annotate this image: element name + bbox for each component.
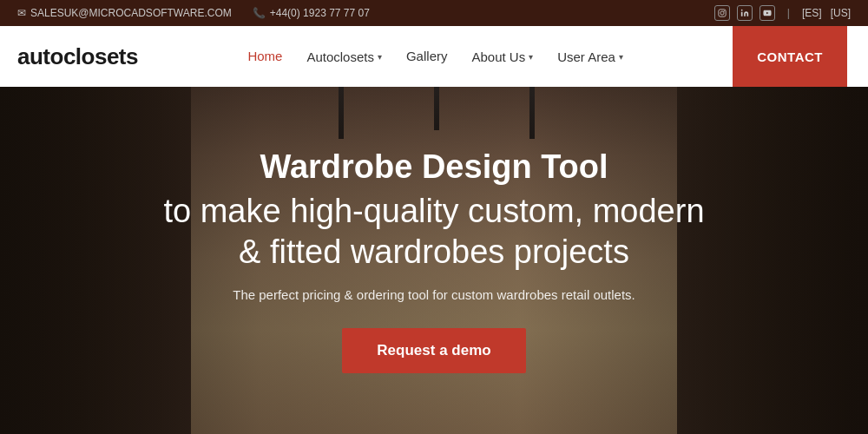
chevron-down-icon-user: ▾ bbox=[619, 52, 623, 62]
hero-section: Wardrobe Design Tool to make high-qualit… bbox=[0, 87, 868, 434]
chevron-down-icon: ▾ bbox=[378, 52, 382, 62]
phone-icon: 📞 bbox=[253, 7, 266, 19]
contact-button[interactable]: CONTACT bbox=[733, 26, 847, 87]
social-icons bbox=[714, 5, 775, 21]
svg-point-2 bbox=[724, 10, 725, 11]
phone-contact[interactable]: 📞 +44(0) 1923 77 77 07 bbox=[253, 7, 370, 19]
lang-separator: | bbox=[787, 7, 790, 19]
lang-es[interactable]: [ES] bbox=[802, 7, 822, 19]
svg-point-4 bbox=[741, 10, 743, 11]
top-bar-left: ✉ SALESUK@MICROCADSOFTWARE.COM 📞 +44(0) … bbox=[17, 7, 370, 19]
phone-text: +44(0) 1923 77 77 07 bbox=[270, 7, 370, 19]
hero-title-line2: & fitted wardrobes projects bbox=[239, 233, 629, 270]
youtube-icon[interactable] bbox=[760, 5, 775, 21]
navbar: autoclosets Home Autoclosets ▾ Gallery A… bbox=[0, 26, 868, 87]
linkedin-icon[interactable] bbox=[737, 5, 753, 21]
hero-title-regular: to make high-quality custom, modern & fi… bbox=[163, 191, 704, 273]
nav-links: Home Autoclosets ▾ Gallery About Us ▾ Us… bbox=[247, 49, 622, 64]
email-contact[interactable]: ✉ SALESUK@MICROCADSOFTWARE.COM bbox=[17, 7, 232, 19]
nav-link-user-area[interactable]: User Area bbox=[557, 49, 615, 64]
hero-subtitle: The perfect pricing & ordering tool for … bbox=[233, 287, 635, 302]
nav-item-home[interactable]: Home bbox=[247, 49, 282, 64]
nav-item-user-area[interactable]: User Area ▾ bbox=[557, 49, 623, 64]
hero-title-bold: Wardrobe Design Tool bbox=[260, 148, 608, 187]
hero-cta-button[interactable]: Request a demo bbox=[342, 328, 525, 373]
nav-item-about[interactable]: About Us ▾ bbox=[471, 49, 533, 64]
chevron-down-icon-about: ▾ bbox=[529, 52, 533, 62]
nav-item-gallery[interactable]: Gallery bbox=[406, 49, 448, 64]
email-icon: ✉ bbox=[17, 7, 26, 19]
svg-rect-3 bbox=[741, 12, 743, 16]
nav-link-home[interactable]: Home bbox=[247, 49, 282, 63]
nav-link-gallery[interactable]: Gallery bbox=[406, 49, 448, 63]
top-bar: ✉ SALESUK@MICROCADSOFTWARE.COM 📞 +44(0) … bbox=[0, 0, 868, 26]
nav-link-about[interactable]: About Us bbox=[471, 49, 525, 64]
instagram-icon[interactable] bbox=[714, 5, 730, 21]
logo[interactable]: autoclosets bbox=[17, 43, 138, 70]
hero-content: Wardrobe Design Tool to make high-qualit… bbox=[0, 87, 868, 434]
svg-rect-0 bbox=[719, 10, 726, 16]
email-text: SALESUK@MICROCADSOFTWARE.COM bbox=[30, 7, 232, 19]
nav-link-autoclosets[interactable]: Autoclosets bbox=[306, 49, 374, 64]
svg-point-1 bbox=[720, 11, 724, 15]
hero-title-line1: to make high-quality custom, modern bbox=[163, 193, 704, 229]
nav-item-autoclosets[interactable]: Autoclosets ▾ bbox=[306, 49, 382, 64]
top-bar-right: | [ES] [US] bbox=[714, 5, 851, 21]
lang-us[interactable]: [US] bbox=[831, 7, 851, 19]
